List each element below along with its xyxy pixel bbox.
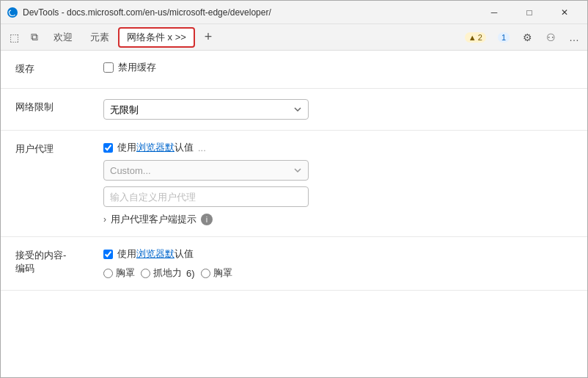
warn-icon: ▲ xyxy=(468,33,477,42)
encoding-brotli-group: 胸罩 xyxy=(103,266,135,280)
dock-icon: ⬚ xyxy=(10,32,19,43)
info-badge: 1 xyxy=(498,32,510,43)
warnings-badge: ▲ 2 xyxy=(465,32,486,43)
disable-cache-label: 禁用缓存 xyxy=(118,61,156,74)
client-hints-row[interactable]: › 用户代理客户端提示 i xyxy=(103,213,573,226)
ua-input-row xyxy=(103,186,573,207)
throttle-dropdown[interactable]: 无限制 快速 4G 慢速 4G 3G 2G 离线 自定义 xyxy=(103,99,309,120)
ua-custom-dropdown-row: Custom... xyxy=(103,160,573,181)
network-throttle-content: 无限制 快速 4G 慢速 4G 3G 2G 离线 自定义 xyxy=(103,99,573,120)
settings-button[interactable]: ⚙ xyxy=(517,27,537,48)
ua-default-checkbox[interactable] xyxy=(103,143,113,153)
network-throttle-row: 网络限制 无限制 快速 4G 慢速 4G 3G 2G 离线 自定义 xyxy=(1,89,587,131)
throttle-select-row: 无限制 快速 4G 慢速 4G 3G 2G 离线 自定义 xyxy=(103,99,573,120)
accepted-encoding-label: 接受的内容-编码 xyxy=(15,247,103,275)
tabbar: ⬚ ⧉ 欢迎 元素 网络条件 x >> + ▲ 2 1 ⚙ ⚇ … xyxy=(1,24,587,51)
tab-welcome[interactable]: 欢迎 xyxy=(45,27,81,48)
encoding-options-row: 胸罩 抓地力 6) 胸罩 xyxy=(103,266,573,280)
hints-label: 用户代理客户端提示 xyxy=(111,213,196,226)
warnings-button[interactable]: ▲ 2 xyxy=(460,28,490,47)
accepted-encoding-content: 使用浏览器默认值 胸罩 抓地力 6) 胸罩 xyxy=(103,247,573,280)
info-icon[interactable]: i xyxy=(201,214,213,225)
tab-elements[interactable]: 元素 xyxy=(81,27,118,48)
encoding-browser-default-link[interactable]: 浏览器默 xyxy=(136,248,174,259)
tab-icon-btn-1[interactable]: ⬚ xyxy=(4,27,24,48)
encoding-brotli-radio[interactable] xyxy=(103,269,113,278)
cache-label: 缓存 xyxy=(15,61,103,76)
main-content: 缓存 禁用缓存 网络限制 无限制 快速 4G 慢速 4G 3G 2G 离线 自定… xyxy=(1,51,587,378)
disable-cache-row: 禁用缓存 xyxy=(103,61,573,74)
encoding-brotli-label: 胸罩 xyxy=(116,266,135,280)
ua-default-row: 使用浏览器默认值 ... xyxy=(103,141,573,154)
edge-icon xyxy=(7,7,18,18)
profile-icon: ⚇ xyxy=(546,32,556,43)
more-button[interactable]: … xyxy=(564,27,584,48)
encoding-default-checkbox[interactable] xyxy=(103,250,113,259)
add-tab-button[interactable]: + xyxy=(198,27,218,48)
encoding-gzip-label: 抓地力 xyxy=(153,266,182,280)
gear-icon: ⚙ xyxy=(523,32,532,43)
ua-ellipsis: ... xyxy=(198,142,206,153)
ua-custom-dropdown[interactable]: Custom... xyxy=(103,160,309,181)
ua-custom-input[interactable] xyxy=(103,186,309,207)
user-agent-row: 用户代理 使用浏览器默认值 ... Custom... › 用户代理客户端提示 xyxy=(1,131,587,237)
window-controls: ─ □ ✕ xyxy=(477,1,581,24)
encoding-default-row: 使用浏览器默认值 xyxy=(103,247,573,261)
network-throttle-label: 网络限制 xyxy=(15,99,103,114)
disable-cache-checkbox[interactable] xyxy=(103,62,114,73)
close-button[interactable]: ✕ xyxy=(548,1,581,24)
ua-use-label: 使用浏览器默认值 xyxy=(117,141,194,154)
user-agent-label: 用户代理 xyxy=(15,141,103,156)
cache-row: 缓存 禁用缓存 xyxy=(1,51,587,89)
undock-icon: ⧉ xyxy=(31,31,38,43)
minimize-button[interactable]: ─ xyxy=(477,1,511,24)
tab-network-conditions[interactable]: 网络条件 x >> xyxy=(118,27,195,48)
chevron-right-icon: › xyxy=(103,214,106,225)
more-icon: … xyxy=(569,32,579,43)
encoding-deflate-radio[interactable] xyxy=(201,269,210,278)
encoding-gzip-value: 6) xyxy=(186,268,195,279)
encoding-use-label: 使用浏览器默认值 xyxy=(117,247,194,261)
tab-network-conditions-label: 网络条件 x >> xyxy=(127,31,186,44)
tab-icon-btn-2[interactable]: ⧉ xyxy=(24,27,45,48)
profile-button[interactable]: ⚇ xyxy=(540,27,561,48)
user-agent-content: 使用浏览器默认值 ... Custom... › 用户代理客户端提示 i xyxy=(103,141,573,226)
encoding-deflate-label: 胸罩 xyxy=(213,266,232,280)
maximize-button[interactable]: □ xyxy=(512,1,546,24)
titlebar: DevTools - docs.microsoft.com/en-us/micr… xyxy=(1,1,587,24)
window-title: DevTools - docs.microsoft.com/en-us/micr… xyxy=(23,7,477,18)
encoding-gzip-group: 抓地力 6) xyxy=(141,266,195,280)
info-button[interactable]: 1 xyxy=(493,28,514,47)
ua-browser-default-link[interactable]: 浏览器默 xyxy=(136,142,174,153)
encoding-gzip-radio[interactable] xyxy=(141,269,150,278)
accepted-encoding-row: 接受的内容-编码 使用浏览器默认值 胸罩 抓地力 6) xyxy=(1,237,587,291)
tab-right-controls: ▲ 2 1 ⚙ ⚇ … xyxy=(460,27,584,48)
encoding-deflate-group: 胸罩 xyxy=(201,266,232,280)
cache-content: 禁用缓存 xyxy=(103,61,573,74)
